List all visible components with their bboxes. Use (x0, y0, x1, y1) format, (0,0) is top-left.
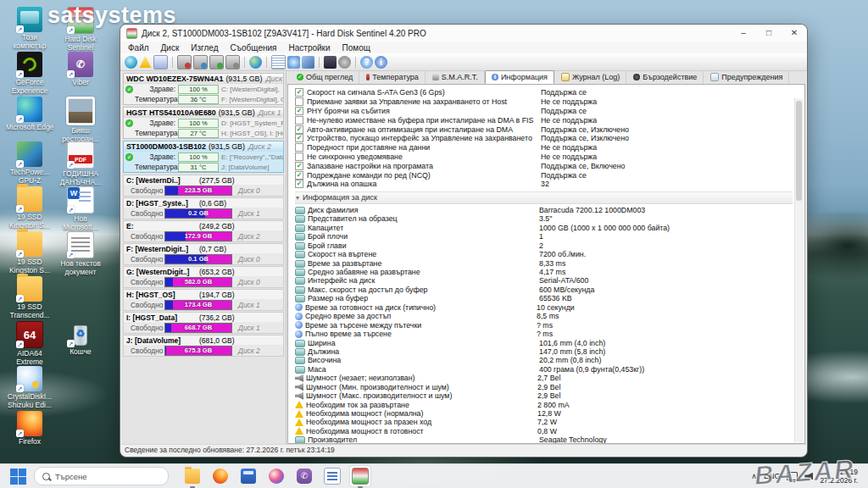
report-icon[interactable] (153, 55, 168, 69)
checkbox-checked[interactable]: ✓ (295, 180, 303, 188)
desktop-icon-aida64[interactable]: 64↗AIDA64 Extreme (5, 321, 54, 366)
desktop-icon-geforce[interactable]: ↗GeForce Experience (5, 52, 54, 95)
menu-Диск[interactable]: Диск (155, 43, 186, 53)
remote-monitor-icon[interactable] (324, 56, 337, 69)
checkbox-checked[interactable]: ✓ (295, 134, 303, 142)
desktop-icon-gpuz[interactable]: ↗TechPowe... GPU-Z (5, 141, 54, 185)
tab-performance[interactable]: Бързодействие (626, 70, 704, 84)
sync-icon[interactable] (287, 56, 300, 69)
disk-header: ST1000DM003-1SB102(931,5 GB)Диск 2 (124, 141, 283, 152)
disk-item[interactable]: WDC WD10EZEX-75WN4A1(931,5 GB)Диск 0✓Здр… (123, 73, 284, 105)
info-value: 7200 об./мин. (539, 250, 586, 258)
desktop-icon-viber[interactable]: ✆↗Viber (56, 52, 105, 87)
drive-letters: D: [HGST_System_Reserved], (221, 119, 283, 127)
partition-usage-bar: 223.5 GB (164, 186, 232, 196)
partition-header: I: [HGST_Data](736,2 GB) (124, 313, 283, 322)
start-button[interactable] (8, 467, 27, 485)
menu-Съобщения[interactable]: Съобщения (225, 43, 283, 53)
info-label: Време за развъртане (308, 259, 539, 268)
alert-icon[interactable] (139, 56, 152, 69)
checkbox-unchecked[interactable] (295, 152, 303, 161)
partition-item[interactable]: J: [DataVolume](681,0 GB)Свободно675.3 G… (123, 335, 284, 357)
www-icon[interactable] (249, 56, 262, 69)
refresh-icon[interactable] (125, 56, 137, 69)
tab-log[interactable]: Журнал (Log) (554, 70, 626, 84)
taskbar-app-hdsentinel[interactable] (350, 466, 370, 486)
checkbox-checked[interactable]: ✓ (295, 125, 303, 134)
partition-item[interactable]: F: [WesternDigit..](0,7 GB)Свободно0.1 G… (123, 243, 284, 265)
desktop-icon-folder[interactable]: ↗19 SSD Transcend... (5, 276, 54, 319)
partition-disk-number: Диск 2 (238, 347, 260, 355)
menu-Изглед[interactable]: Изглед (185, 43, 224, 53)
desktop-icon-recycle[interactable]: ♻↗Кошче (56, 321, 105, 357)
search-box[interactable]: Търсене (34, 467, 169, 485)
taskbar-app-paint[interactable] (266, 466, 287, 486)
network-icon[interactable] (302, 56, 314, 69)
toolbar-separator (172, 57, 173, 68)
partition-item[interactable]: D: [HGST_Syste..](0,6 GB)Свободно0.2 GBД… (123, 197, 284, 219)
disk-item[interactable]: ST1000DM003-1SB102(931,5 GB)Диск 2✓Здрав… (123, 141, 284, 173)
desktop-icon-text[interactable]: ↗Нов текстов документ (56, 231, 105, 276)
disk-icon (295, 436, 305, 444)
desktop-icon-firefox[interactable]: ↗Firefox (5, 411, 54, 446)
folder-icon: ↗ (17, 186, 42, 212)
desktop-icon-edge[interactable]: ↗Microsoft Edge (5, 97, 54, 132)
free-label: Свободно (126, 278, 164, 286)
maximize-button[interactable]: □ (756, 25, 782, 42)
checkbox-checked[interactable]: ✓ (295, 162, 303, 170)
information-icon[interactable] (375, 56, 387, 69)
checkbox-checked[interactable]: ✓ (295, 88, 303, 97)
info-row: Ширина101,6 mm (4,0 inch) (295, 338, 793, 347)
checkbox-checked[interactable]: ✓ (295, 107, 303, 115)
desktop-icon-folder[interactable]: ↗19 SSD Kingston S... (5, 231, 54, 274)
tab-alerts[interactable]: Предупреждения (704, 70, 789, 84)
title-bar[interactable]: Диск 2, ST1000DM003-1SB102 [Z9A3V417] - … (120, 25, 807, 42)
disk-test-icon[interactable] (177, 55, 192, 69)
acoustic-icon[interactable] (338, 56, 351, 69)
partition-item[interactable]: E:(249,2 GB)Свободно172.9 GBДиск 2 (123, 220, 284, 242)
taskbar-app-calculator[interactable] (238, 466, 259, 486)
partition-item[interactable]: C: [WesternDi..](277,5 GB)Свободно223.5 … (123, 175, 284, 197)
info-section-header[interactable]: ▾ Информация за диск (295, 191, 793, 204)
desktop-icon-folder[interactable]: ↗19 SSD Kingston S... (5, 186, 54, 230)
disk-seek-icon[interactable] (225, 55, 240, 69)
menu-Файл[interactable]: Файл (122, 43, 155, 53)
desktop-icon-word[interactable]: W↗Нов Microsoft... (56, 186, 105, 231)
menu-Помощ[interactable]: Помощ (337, 43, 376, 53)
disk-temperature-icon[interactable] (193, 55, 208, 69)
device-list-icon[interactable] (271, 55, 286, 69)
alerts-tab-icon (710, 73, 719, 81)
checkbox-unchecked[interactable] (295, 143, 303, 152)
tab-smart[interactable]: S.M.A.R.T. (426, 70, 485, 84)
taskbar-app-explorer[interactable] (182, 466, 203, 486)
partition-item[interactable]: I: [HGST_Data](736,2 GB)Свободно668.7 GB… (123, 312, 284, 334)
partition-item[interactable]: H: [HGST_OS](194,7 GB)Свободно173.4 GBДи… (123, 289, 284, 311)
tab-temperature[interactable]: Температура (359, 70, 426, 84)
disk-item[interactable]: HGST HTS541010A9E680(931,5 GB)Диск 1✓Здр… (123, 107, 284, 139)
close-button[interactable]: ✕ (782, 25, 807, 42)
scrollbar-thumb[interactable] (796, 101, 802, 201)
tab-label: Общ преглед (306, 73, 353, 81)
vertical-scrollbar[interactable] (794, 98, 804, 442)
info-label: Скорост на въртене (308, 250, 539, 258)
minimize-button[interactable]: – (731, 25, 756, 42)
free-label: Свободно (126, 186, 164, 195)
checkbox-unchecked[interactable] (295, 116, 303, 125)
taskbar-app-notepad[interactable] (322, 466, 342, 486)
partition-item[interactable]: G: [WesternDigit..](653,2 GB)Свободно582… (123, 266, 284, 288)
help-icon[interactable] (360, 56, 373, 69)
taskbar-app-firefox[interactable] (210, 466, 231, 486)
desktop-icon-pdf[interactable]: PDF↗ГОДИШНА ДАНЪЧНА... (56, 141, 105, 186)
info-label: Диск фамилия (308, 206, 539, 214)
desktop-icon-crystaldisk[interactable]: ↗CrystalDiskI... Shizuku Edi... (5, 366, 54, 409)
disk-health-icon[interactable] (209, 55, 224, 69)
disk-icon (295, 260, 305, 268)
checkbox-checked[interactable]: ✓ (295, 171, 303, 180)
menu-Настройки[interactable]: Настройки (283, 43, 337, 53)
checkbox-unchecked[interactable] (295, 97, 303, 106)
tab-overview[interactable]: Общ преглед (290, 70, 359, 84)
taskbar-app-viber[interactable]: ✆ (294, 466, 314, 486)
tab-information[interactable]: Информация (485, 70, 554, 84)
desktop-icon-photo[interactable]: ↗Бивш ресторан... (56, 97, 105, 143)
info-value: 2 800 mA (537, 401, 570, 409)
